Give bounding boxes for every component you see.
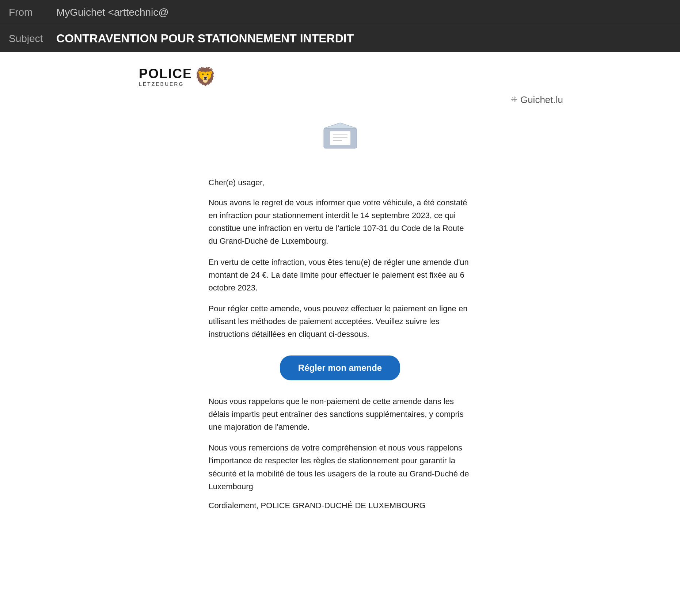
- guichet-label: Guichet.lu: [520, 94, 563, 106]
- paragraph5: Nous vous remercions de votre compréhens…: [209, 441, 472, 493]
- from-value: MyGuichet <arttechnic@: [56, 7, 169, 18]
- subject-row: Subject CONTRAVENTION POUR STATIONNEMENT…: [0, 25, 680, 52]
- guichet-area: ⁜ Guichet.lu: [7, 94, 673, 106]
- greeting: Cher(e) usager,: [209, 176, 472, 189]
- paragraph1: Nous avons le regret de vous informer qu…: [209, 196, 472, 248]
- from-label: From: [9, 7, 56, 18]
- police-logo-block: POLICE LËTZEBUERG: [139, 66, 192, 87]
- paragraph2: En vertu de cette infraction, vous êtes …: [209, 256, 472, 294]
- subject-value: CONTRAVENTION POUR STATIONNEMENT INTERDI…: [56, 32, 354, 45]
- police-logo: POLICE LËTZEBUERG 🦁: [139, 66, 216, 87]
- paragraph3: Pour régler cette amende, vous pouvez ef…: [209, 302, 472, 341]
- email-header: From MyGuichet <arttechnic@ Subject CONT…: [0, 0, 680, 52]
- police-logo-area: POLICE LËTZEBUERG 🦁: [7, 66, 673, 87]
- footer-text: Nous vous rappelons que le non-paiement …: [201, 395, 479, 510]
- guichet-dots-icon: ⁜: [511, 95, 517, 104]
- guichet-logo: ⁜ Guichet.lu: [511, 94, 563, 106]
- button-area: Régler mon amende: [7, 355, 673, 380]
- email-body: POLICE LËTZEBUERG 🦁 ⁜ Guichet.lu: [0, 52, 680, 525]
- pay-button[interactable]: Régler mon amende: [280, 355, 400, 380]
- paragraph4: Nous vous rappelons que le non-paiement …: [209, 395, 472, 434]
- email-content: Cher(e) usager, Nous avons le regret de …: [201, 176, 479, 341]
- subject-label: Subject: [9, 33, 56, 45]
- signature: Cordialement, POLICE GRAND-DUCHÉ DE LUXE…: [209, 501, 472, 510]
- police-sub: LËTZEBUERG: [139, 81, 184, 87]
- police-name: POLICE: [139, 66, 192, 81]
- envelope-icon: [322, 120, 358, 158]
- lion-icon: 🦁: [194, 68, 216, 85]
- envelope-area: [7, 120, 673, 158]
- from-row: From MyGuichet <arttechnic@: [0, 0, 680, 25]
